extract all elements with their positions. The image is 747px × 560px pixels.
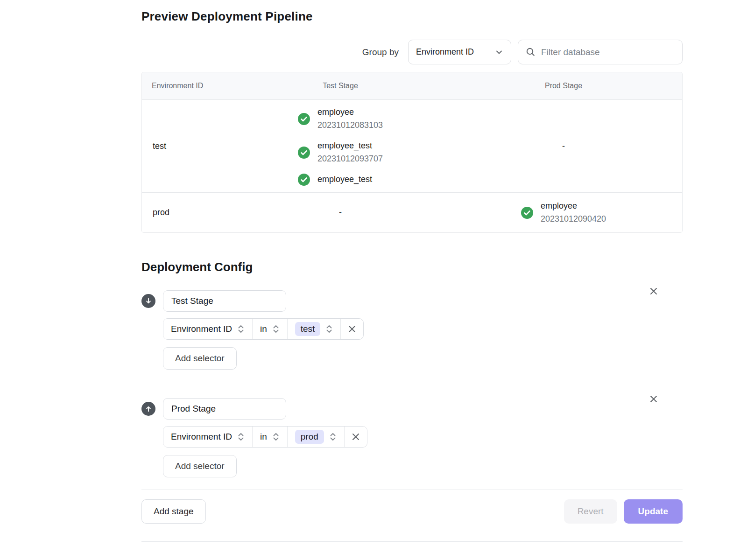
remove-selector-button[interactable] [341, 319, 363, 339]
selector-rule: Environment ID in prod [163, 426, 367, 448]
database-version: 20231012093707 [317, 153, 383, 166]
add-selector-button[interactable]: Add selector [163, 455, 237, 477]
table-row: prod - employee 20231012090420 [142, 192, 682, 232]
database-name: employee_test [317, 173, 372, 186]
add-stage-button[interactable]: Add stage [141, 499, 206, 524]
footer-actions: Add stage Revert Update [141, 499, 683, 524]
stage-name-input[interactable] [163, 398, 286, 420]
filter-database-box [518, 40, 683, 64]
toolbar: Group by Environment ID [141, 40, 683, 64]
selector-operator-dropdown[interactable]: in [253, 319, 288, 339]
updown-chevron-icon [272, 432, 280, 441]
selector-operator-value: in [260, 432, 267, 442]
revert-button[interactable]: Revert [564, 499, 617, 524]
selector-value-dropdown[interactable]: prod [288, 427, 345, 447]
pipeline-preview-table: Environment ID Test Stage Prod Stage tes… [141, 72, 683, 233]
remove-stage-button[interactable] [647, 285, 660, 298]
update-button[interactable]: Update [624, 499, 683, 524]
environment-value-tag: prod [295, 430, 324, 444]
success-check-icon [298, 174, 310, 186]
database-entry: employee_test [298, 173, 383, 186]
updown-chevron-icon [329, 432, 337, 441]
remove-selector-button[interactable] [345, 427, 367, 447]
database-name: employee [541, 200, 606, 213]
environment-value-tag: test [295, 322, 321, 336]
move-stage-down-icon[interactable] [141, 294, 155, 308]
main-content: Preview Deployment Pipeline Group by Env… [141, 0, 683, 542]
database-entry: employee 20231012083103 [298, 106, 383, 132]
table-row: test employee 20231012083103 employee_te… [142, 100, 682, 192]
group-by-selected-value: Environment ID [416, 47, 474, 57]
add-selector-button[interactable]: Add selector [163, 347, 237, 370]
database-name: employee_test [317, 140, 383, 153]
selector-key-dropdown[interactable]: Environment ID [163, 319, 253, 339]
selector-key-value: Environment ID [171, 324, 232, 334]
selector-rule: Environment ID in test [163, 318, 364, 340]
search-icon [526, 47, 536, 57]
config-footer-divider [141, 490, 683, 490]
chevron-down-icon [495, 48, 503, 56]
selector-value-dropdown[interactable]: test [288, 319, 341, 339]
deployment-config-title: Deployment Config [141, 260, 683, 274]
database-name: employee [317, 106, 383, 119]
group-by-label: Group by [362, 47, 399, 57]
move-stage-up-icon[interactable] [141, 402, 155, 416]
selector-operator-dropdown[interactable]: in [253, 427, 288, 447]
prod-stage-cell: employee 20231012090420 [445, 200, 682, 226]
database-entry: employee 20231012090420 [521, 200, 606, 226]
column-header-prod-stage: Prod Stage [445, 82, 682, 90]
updown-chevron-icon [272, 324, 280, 334]
environment-id-cell: test [142, 141, 236, 151]
environment-id-cell: prod [142, 208, 236, 217]
table-header-row: Environment ID Test Stage Prod Stage [142, 72, 682, 100]
selector-key-dropdown[interactable]: Environment ID [163, 427, 253, 447]
selector-key-value: Environment ID [171, 432, 232, 442]
stage-name-input[interactable] [163, 290, 286, 312]
empty-stage-dash: - [562, 141, 565, 151]
success-check-icon [298, 147, 310, 159]
prod-stage-cell: - [445, 141, 682, 151]
page-title: Preview Deployment Pipeline [141, 9, 683, 24]
updown-chevron-icon [237, 432, 245, 441]
test-stage-cell: - [236, 208, 445, 217]
filter-database-input[interactable] [541, 47, 675, 57]
remove-stage-button[interactable] [647, 392, 660, 406]
stage-config-test: Environment ID in test Add selector [141, 274, 683, 382]
bottom-divider [141, 541, 683, 542]
selector-operator-value: in [260, 324, 267, 334]
database-version: 20231012083103 [317, 119, 383, 132]
updown-chevron-icon [237, 324, 245, 334]
database-entry: employee_test 20231012093707 [298, 140, 383, 166]
group-by-select[interactable]: Environment ID [408, 40, 511, 64]
column-header-test-stage: Test Stage [236, 82, 445, 90]
success-check-icon [521, 207, 533, 219]
column-header-environment-id: Environment ID [142, 82, 236, 90]
stage-config-prod: Environment ID in prod Add selector [141, 382, 683, 490]
updown-chevron-icon [325, 324, 333, 334]
empty-stage-dash: - [339, 208, 342, 217]
database-version: 20231012090420 [541, 213, 606, 226]
test-stage-cell: employee 20231012083103 employee_test 20… [236, 106, 445, 186]
success-check-icon [298, 113, 310, 125]
